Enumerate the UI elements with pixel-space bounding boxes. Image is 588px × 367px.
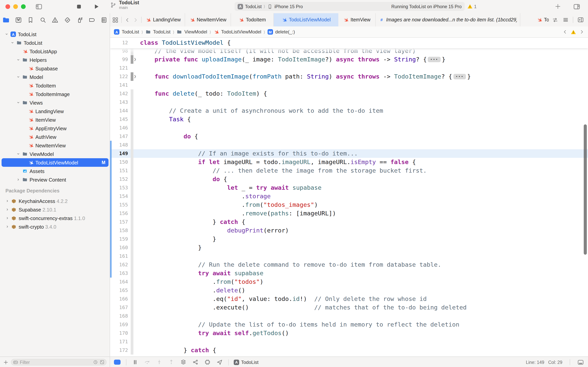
code-line[interactable]: 146 [110, 124, 588, 132]
code-line[interactable]: 169 // Update the list of to-do items he… [110, 320, 588, 329]
fold-ribbon[interactable] [131, 149, 133, 158]
line-number[interactable]: 154 [110, 192, 128, 200]
fold-ribbon[interactable] [131, 329, 133, 337]
issue-warning-icon[interactable] [571, 29, 576, 35]
line-number[interactable]: 148 [110, 141, 128, 149]
toggle-debug-area-icon[interactable] [577, 359, 584, 366]
fold-ribbon[interactable] [131, 269, 133, 278]
minimize-window-button[interactable] [13, 4, 18, 9]
sidebar-item-viewmodel[interactable]: ViewModel [0, 150, 110, 158]
disclosure-down-icon[interactable] [16, 58, 20, 62]
next-issue-icon[interactable] [580, 30, 584, 34]
code-line[interactable]: 151 // ... then delete the image from th… [110, 167, 588, 175]
sidebar-item-todoitemimage[interactable]: TodoItemImage [0, 90, 110, 98]
filter-field[interactable]: Filter [11, 359, 107, 366]
fold-ribbon[interactable] [131, 346, 133, 355]
sidebar-item-newitemview[interactable]: NewItemView [0, 141, 110, 150]
line-number[interactable]: 156 [110, 209, 128, 218]
editor-tab[interactable]: NewItemView [185, 13, 231, 26]
sidebar-item-views[interactable]: Views [0, 98, 110, 107]
code-line[interactable]: 156 .remove(paths: [imageURL]) [110, 209, 588, 218]
fold-ribbon[interactable] [131, 158, 133, 167]
line-number[interactable]: 12 [110, 39, 128, 47]
tab-overview-icon[interactable] [112, 17, 119, 23]
go-forward-icon[interactable] [133, 17, 138, 22]
code-line[interactable]: 155 .from("todos_images") [110, 200, 588, 209]
toggle-navigator-icon[interactable] [35, 3, 43, 10]
sidebar-item-todolist[interactable]: TodoList [0, 39, 110, 47]
minimap-options-icon[interactable] [562, 17, 569, 23]
source-control-navigator-icon[interactable] [15, 16, 22, 24]
editor-tab[interactable]: TodoListViewModel [274, 13, 338, 26]
line-number[interactable]: 142 [110, 89, 128, 98]
fold-ribbon[interactable] [131, 55, 133, 64]
sidebar-package-supabase[interactable]: Supabase 2.10.1 [0, 205, 110, 214]
code-line[interactable]: 121 [110, 64, 588, 72]
line-number[interactable]: 144 [110, 107, 128, 115]
code-line[interactable]: 144 // Create a unit of asynchronous wor… [110, 107, 588, 115]
fold-ribbon[interactable] [131, 303, 133, 312]
line-number[interactable]: 152 [110, 175, 128, 184]
reports-navigator-icon[interactable] [100, 16, 108, 24]
line-number[interactable]: 146 [110, 124, 128, 132]
editor-tab[interactable]: TodoItem [231, 13, 274, 26]
previous-issue-icon[interactable] [563, 30, 567, 34]
fold-ribbon[interactable] [131, 175, 133, 184]
fold-ribbon[interactable] [131, 89, 133, 98]
fold-ribbon[interactable] [131, 209, 133, 218]
disclosure-right-icon[interactable] [16, 178, 20, 182]
line-number[interactable]: 159 [110, 235, 128, 243]
fold-ribbon[interactable] [131, 98, 133, 107]
code-line[interactable]: 166 .eq("id", value: todo.id!) // Only d… [110, 295, 588, 303]
disclosure-right-icon[interactable] [5, 208, 9, 211]
disclosure-right-icon[interactable] [5, 199, 9, 203]
fold-ribbon[interactable] [131, 243, 133, 252]
zoom-window-button[interactable] [21, 4, 26, 9]
line-number[interactable]: 153 [110, 184, 128, 192]
code-line[interactable]: 163 try await supabase [110, 269, 588, 278]
fold-ribbon[interactable] [131, 312, 133, 320]
fold-ribbon[interactable] [131, 235, 133, 243]
view-hierarchy-icon[interactable] [180, 359, 187, 366]
line-number[interactable]: 170 [110, 329, 128, 337]
source-editor[interactable]: 12class TodoListViewModel { 97 // we mar… [110, 38, 588, 357]
code-line[interactable]: 143 [110, 98, 588, 107]
line-number[interactable]: 141 [110, 81, 128, 89]
disclosure-down-icon[interactable] [10, 41, 14, 45]
fold-ribbon[interactable] [131, 252, 133, 260]
line-number[interactable]: 157 [110, 218, 128, 226]
code-line[interactable]: 171 [110, 337, 588, 346]
recent-files-icon[interactable] [93, 360, 98, 365]
fold-ribbon[interactable] [131, 278, 133, 286]
line-number[interactable]: 155 [110, 200, 128, 209]
line-number[interactable]: 166 [110, 295, 128, 303]
code-line[interactable]: 172 } catch { [110, 346, 588, 355]
sidebar-item-authview[interactable]: AuthView [0, 133, 110, 141]
disclosure-down-icon[interactable] [16, 152, 20, 156]
disclosure-down-icon[interactable] [5, 32, 8, 36]
breakpoints-navigator-icon[interactable] [88, 16, 95, 24]
editor-tab[interactable]: #Images are now downloaded...n the to-do… [376, 13, 520, 26]
disclosure-right-icon[interactable] [5, 225, 9, 229]
issues-navigator-icon[interactable] [51, 16, 59, 24]
line-number[interactable]: 169 [110, 320, 128, 329]
code-line[interactable]: 142 func delete(_ todo: TodoItem) { [110, 89, 588, 98]
line-number[interactable]: 162 [110, 260, 128, 269]
line-number[interactable]: 168 [110, 312, 128, 320]
code-line[interactable]: 158 debugPrint(error) [110, 226, 588, 235]
code-line[interactable]: 12class TodoListViewModel { [110, 39, 588, 47]
fold-chevron-icon[interactable]: ❯ [134, 72, 138, 81]
line-number[interactable]: 167 [110, 303, 128, 312]
code-line[interactable]: 141 [110, 81, 588, 89]
code-line[interactable]: 152 do { [110, 175, 588, 184]
sidebar-item-assets[interactable]: Assets [0, 167, 110, 175]
code-line[interactable]: 164 .from("todos") [110, 278, 588, 286]
step-into-icon[interactable] [156, 359, 163, 366]
code-line[interactable]: 160 } [110, 243, 588, 252]
code-line[interactable]: 157 } catch { [110, 218, 588, 226]
find-navigator-icon[interactable] [39, 16, 46, 24]
fold-ribbon[interactable] [131, 320, 133, 329]
sidebar-item-itemview[interactable]: ItemView [0, 116, 110, 124]
step-out-icon[interactable] [168, 359, 175, 366]
add-editor-icon[interactable] [577, 16, 584, 23]
